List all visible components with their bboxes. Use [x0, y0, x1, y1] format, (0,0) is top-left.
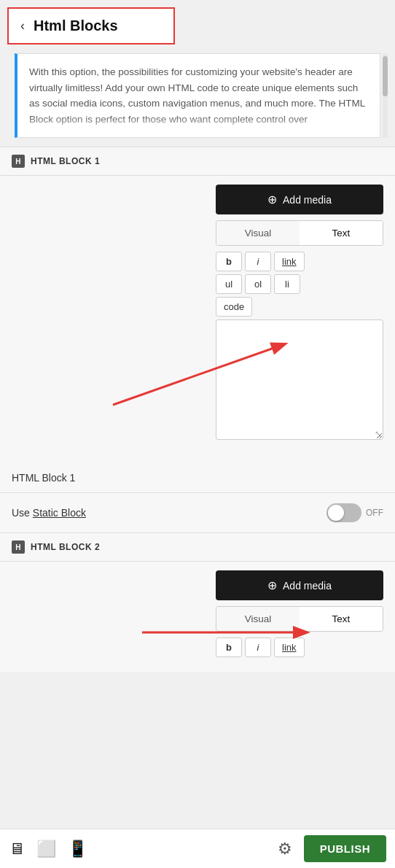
tab-text-2[interactable]: Text — [300, 607, 383, 631]
tab-row-1: Visual Text — [216, 220, 383, 246]
add-media-button-2[interactable]: ⊕ Add media — [216, 570, 383, 600]
section-header-block1: H HTML BLOCK 1 — [0, 147, 395, 176]
toolbar-link-2[interactable]: link — [274, 638, 305, 657]
resize-handle-1: ⤡ — [375, 430, 382, 438]
add-media-label-1: Add media — [283, 194, 332, 206]
html-textarea-1[interactable] — [216, 319, 383, 440]
toolbar-2: b i link — [216, 638, 383, 657]
section-label-block1: HTML BLOCK 1 — [31, 156, 100, 166]
media-icon-2: ⊕ — [267, 578, 277, 592]
toolbar-li-1[interactable]: li — [274, 274, 300, 294]
main-wrapper: ‹ Html Blocks With this option, the poss… — [0, 7, 395, 723]
toolbar-italic-1[interactable]: i — [245, 252, 271, 271]
static-block-link[interactable]: Static Block — [33, 507, 86, 519]
tablet-icon[interactable]: ⬜ — [36, 840, 56, 859]
description-wrapper: With this option, the possibilities for … — [7, 53, 388, 138]
toolbar-1: b i link — [216, 252, 383, 271]
toggle-circle[interactable] — [326, 503, 361, 522]
toolbar-italic-2[interactable]: i — [245, 638, 271, 657]
block1-label-row: HTML Block 1 — [0, 452, 395, 492]
section-label-block2: HTML BLOCK 2 — [31, 542, 100, 552]
scrollbar-thumb — [383, 56, 388, 96]
toolbar-ul-1[interactable]: ul — [216, 274, 242, 294]
page-title: Html Blocks — [34, 18, 118, 34]
use-text: Use — [12, 507, 30, 519]
tab-row-2: Visual Text — [216, 606, 383, 632]
settings-icon[interactable]: ⚙ — [278, 840, 292, 859]
toolbar-bold-2[interactable]: b — [216, 638, 242, 657]
block1-content: ⊕ Add media Visual Text b i link ul ol l… — [0, 176, 395, 452]
footer: 🖥 ⬜ 📱 ⚙ PUBLISH — [0, 829, 395, 868]
section-header-block2: H HTML BLOCK 2 — [0, 532, 395, 562]
mobile-icon[interactable]: 📱 — [68, 840, 87, 859]
static-block-row: Use Static Block OFF — [0, 492, 395, 532]
add-media-button-1[interactable]: ⊕ Add media — [216, 185, 383, 214]
html-blocks-header: ‹ Html Blocks — [7, 7, 175, 44]
block1-icon: H — [12, 155, 25, 168]
toolbar-bold-1[interactable]: b — [216, 252, 242, 271]
html-block-1-label: HTML Block 1 — [12, 472, 75, 484]
publish-button[interactable]: PUBLISH — [304, 835, 386, 862]
media-icon-1: ⊕ — [267, 193, 277, 206]
scrollbar[interactable] — [383, 53, 388, 138]
description-text: With this option, the possibilities for … — [15, 53, 380, 138]
back-button[interactable]: ‹ — [20, 18, 25, 34]
tab-visual-1[interactable]: Visual — [216, 221, 300, 245]
toolbar-code-1[interactable]: code — [216, 297, 252, 317]
block2-icon: H — [12, 540, 25, 554]
toolbar-link-1[interactable]: link — [274, 252, 305, 271]
static-block-label: Use Static Block — [12, 507, 326, 519]
toolbar-1b: ul ol li — [216, 274, 383, 294]
toggle-label: OFF — [366, 508, 383, 518]
tab-visual-2[interactable]: Visual — [216, 607, 300, 631]
desktop-icon[interactable]: 🖥 — [9, 840, 25, 859]
toolbar-1c: code — [216, 297, 383, 317]
tab-text-1[interactable]: Text — [300, 221, 383, 245]
toolbar-ol-1[interactable]: ol — [245, 274, 271, 294]
block2-content: ⊕ Add media Visual Text b i link — [0, 562, 395, 672]
static-block-toggle[interactable]: OFF — [326, 503, 383, 522]
add-media-label-2: Add media — [283, 580, 332, 592]
text-area-wrapper-1: ⤡ — [216, 319, 383, 440]
